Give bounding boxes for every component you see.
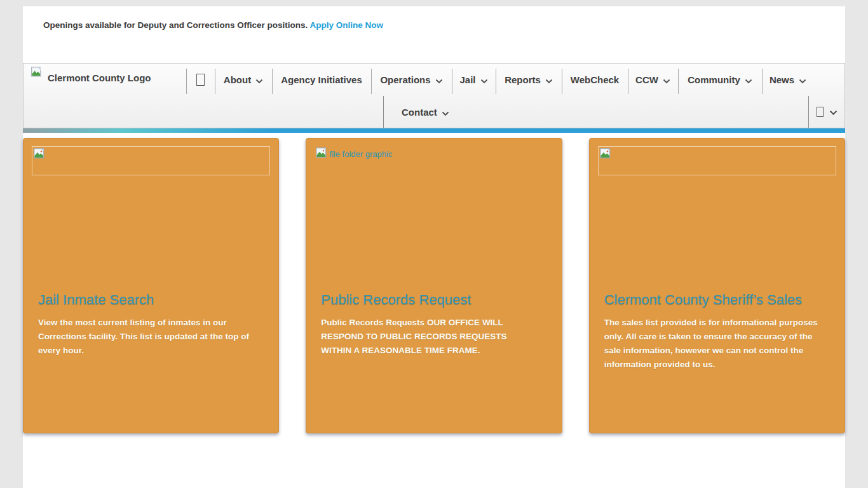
- card-description: Public Records Requests OUR OFFICE WILL …: [321, 316, 536, 358]
- nav-item-news[interactable]: News: [762, 64, 814, 96]
- image-alt-text: file folder graphic: [329, 149, 392, 159]
- nav-item-label: Contact: [402, 107, 437, 118]
- feature-cards: Jail Inmate Search View the most current…: [23, 133, 845, 433]
- chevron-down-icon: [545, 75, 553, 86]
- chevron-down-icon: [663, 75, 670, 86]
- chevron-down-icon: [442, 107, 449, 118]
- accent-divider-bar: [23, 128, 845, 133]
- nav-item-community[interactable]: Community: [678, 64, 762, 96]
- broken-image-icon: [34, 148, 45, 159]
- chevron-down-icon: [255, 75, 263, 86]
- nav-item-jail[interactable]: Jail: [452, 64, 496, 96]
- logo-alt-text: Clermont County Logo: [48, 72, 151, 83]
- main-navigation: Clermont County Logo About Agency Initia…: [23, 63, 845, 128]
- missing-glyph-icon: [196, 74, 205, 86]
- nav-item-label: Jail: [459, 74, 475, 85]
- nav-item-about[interactable]: About: [215, 64, 272, 96]
- nav-item-contact[interactable]: Contact: [384, 96, 467, 128]
- broken-image-icon: [600, 148, 611, 159]
- nav-item-label: Reports: [505, 74, 541, 85]
- nav-item-webcheck[interactable]: WebCheck: [562, 64, 628, 96]
- chevron-down-icon: [745, 75, 752, 86]
- card-description: View the most current listing of inmates…: [38, 316, 254, 358]
- card-image-placeholder: file folder graphic: [315, 146, 553, 175]
- announcement-bar: Openings available for Deputy and Correc…: [23, 6, 845, 63]
- card-image-placeholder: [32, 146, 270, 175]
- nav-item-agency-initiatives[interactable]: Agency Initiatives: [272, 64, 371, 96]
- nav-item-operations[interactable]: Operations: [371, 64, 452, 96]
- missing-glyph-icon: [817, 107, 824, 117]
- nav-item-label: Agency Initiatives: [281, 74, 362, 85]
- chevron-down-icon: [480, 75, 488, 86]
- card-public-records-request[interactable]: file folder graphic Public Records Reque…: [306, 138, 562, 433]
- page-container: Openings available for Deputy and Correc…: [23, 6, 845, 488]
- card-body: Clermont County Sheriff’s Sales The sale…: [598, 292, 836, 371]
- chevron-down-icon: [435, 75, 443, 86]
- apply-online-link[interactable]: Apply Online Now: [310, 20, 384, 30]
- chevron-down-icon: [799, 75, 806, 86]
- nav-item-label: CCW: [635, 74, 658, 85]
- chevron-down-icon: [829, 107, 837, 118]
- card-body: Public Records Request Public Records Re…: [315, 292, 553, 358]
- card-title-link[interactable]: Public Records Request: [321, 292, 536, 308]
- card-title-link[interactable]: Jail Inmate Search: [38, 292, 254, 308]
- nav-item-ccw[interactable]: CCW: [628, 64, 678, 96]
- nav-row2-filler: [467, 96, 808, 128]
- broken-image-icon: [316, 147, 327, 159]
- nav-item-reports[interactable]: Reports: [496, 64, 562, 96]
- card-title-link[interactable]: Clermont County Sheriff’s Sales: [604, 292, 820, 308]
- site-logo[interactable]: Clermont County Logo: [24, 64, 186, 96]
- nav-item-label: Community: [688, 74, 740, 85]
- card-body: Jail Inmate Search View the most current…: [32, 292, 270, 358]
- card-sheriffs-sales[interactable]: Clermont County Sheriff’s Sales The sale…: [589, 138, 845, 433]
- card-description: The sales list provided is for informati…: [604, 316, 820, 371]
- nav-row2-spacer: [24, 96, 384, 128]
- nav-item-label: WebCheck: [571, 74, 619, 85]
- card-image-placeholder: [598, 146, 836, 175]
- announcement-text: Openings available for Deputy and Correc…: [43, 20, 308, 30]
- nav-item-label: Operations: [380, 74, 430, 85]
- nav-row-1: Clermont County Logo About Agency Initia…: [24, 64, 844, 96]
- home-nav-item[interactable]: [186, 64, 215, 96]
- nav-item-label: News: [770, 74, 794, 85]
- nav-toggle-button[interactable]: [808, 96, 844, 128]
- card-jail-inmate-search[interactable]: Jail Inmate Search View the most current…: [23, 138, 279, 433]
- broken-image-icon: [31, 67, 42, 78]
- nav-row-2: Contact: [24, 96, 844, 128]
- nav-item-label: About: [224, 74, 251, 85]
